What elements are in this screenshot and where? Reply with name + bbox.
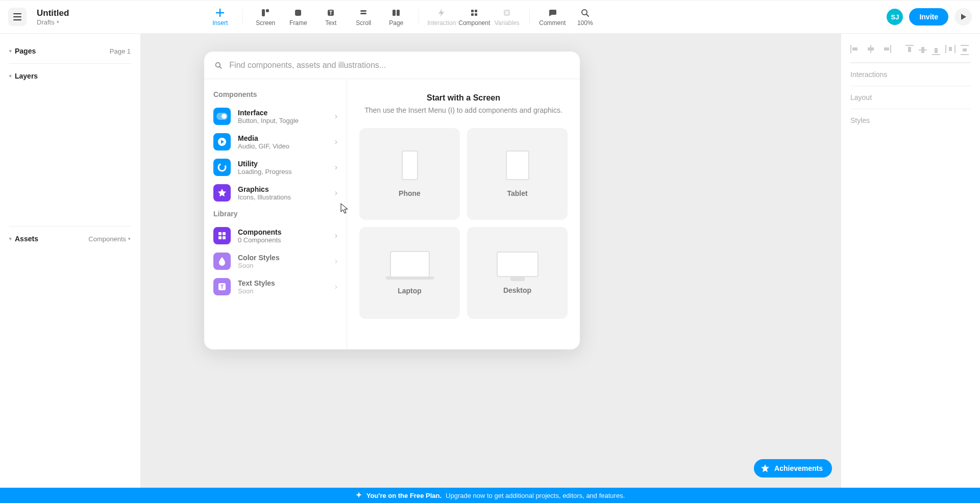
align-center-v-icon[interactable] [919, 45, 927, 55]
svg-rect-41 [961, 45, 969, 46]
lightning-icon [436, 7, 447, 18]
align-center-h-icon[interactable] [866, 45, 876, 55]
category-utility[interactable]: Utility Loading, Progress › [211, 155, 339, 180]
separator [529, 9, 530, 24]
svg-rect-20 [218, 232, 222, 235]
plus-icon [214, 7, 226, 18]
category-heading: Components [211, 86, 339, 104]
assets-dropdown-label: Components [88, 235, 126, 243]
svg-rect-7 [393, 10, 396, 16]
tablet-icon [506, 150, 529, 180]
item-sub: Icons, Illustrations [238, 193, 291, 201]
tool-component[interactable]: Component [460, 4, 488, 30]
sparkle-icon [355, 492, 362, 499]
variables-icon [501, 7, 512, 18]
svg-rect-38 [945, 45, 946, 53]
alignment-controls [850, 42, 971, 62]
item-title: Color Styles [238, 254, 280, 262]
tool-label: Page [389, 19, 403, 27]
play-button[interactable] [954, 8, 972, 26]
pages-section[interactable]: ▾Pages Page 1 [9, 42, 131, 60]
svg-rect-33 [908, 47, 911, 52]
assets-dropdown[interactable]: Components▾ [88, 235, 131, 243]
layout-section[interactable]: Layout [850, 86, 971, 109]
category-interface[interactable]: Interface Button, Input, Toggle › [211, 104, 339, 129]
tool-variables[interactable]: Variables [493, 4, 521, 30]
svg-rect-30 [890, 45, 891, 53]
library-text-styles[interactable]: T Text Styles Soon › [211, 274, 339, 299]
phone-icon [402, 150, 418, 180]
item-title: Text Styles [238, 279, 275, 287]
library-components[interactable]: Components 0 Components › [211, 223, 339, 248]
category-graphics[interactable]: Graphics Icons, Illustrations › [211, 180, 339, 206]
topbar-right: SJ Invite [887, 8, 972, 26]
document-location[interactable]: Drafts ▾ [37, 18, 69, 26]
media-icon [213, 133, 231, 150]
align-left-icon[interactable] [850, 45, 861, 55]
tool-interaction[interactable]: Interaction [427, 4, 456, 30]
main-menu-button[interactable] [8, 8, 27, 26]
chevron-right-icon: › [335, 257, 337, 266]
tool-insert[interactable]: Insert [206, 4, 234, 30]
library-color-styles[interactable]: Color Styles Soon › [211, 248, 339, 274]
distribute-v-icon[interactable] [961, 45, 969, 55]
chevron-down-icon: ▾ [57, 19, 59, 24]
tool-text[interactable]: T Text [316, 4, 345, 30]
pages-label: Pages [15, 47, 36, 55]
svg-rect-31 [884, 47, 889, 51]
item-sub: 0 Components [238, 236, 282, 244]
assets-label: Assets [15, 235, 38, 243]
styles-section[interactable]: Styles [850, 109, 971, 132]
tool-comment[interactable]: Comment [538, 4, 567, 30]
category-media[interactable]: Media Audio, GIF, Video › [211, 129, 339, 155]
align-bottom-icon[interactable] [932, 45, 940, 55]
svg-rect-21 [223, 232, 226, 235]
document-title-block: Untitled Drafts ▾ [37, 8, 69, 26]
tool-page[interactable]: Page [382, 4, 410, 30]
scroll-icon [358, 7, 369, 18]
item-sub: Audio, GIF, Video [238, 142, 289, 150]
page-indicator[interactable]: Page 1 [110, 47, 131, 55]
screen-desktop[interactable]: Desktop [467, 227, 568, 319]
upgrade-banner[interactable]: You're on the Free Plan. Upgrade now to … [0, 488, 980, 503]
tool-frame[interactable]: Frame [284, 4, 312, 30]
screen-phone[interactable]: Phone [359, 128, 460, 220]
screen-laptop[interactable]: Laptop [359, 227, 460, 319]
item-sub: Loading, Progress [238, 168, 292, 175]
caret-icon: ▾ [9, 48, 12, 54]
topbar: Untitled Drafts ▾ Insert Screen Frame T … [0, 0, 980, 34]
distribute-h-icon[interactable] [945, 45, 955, 55]
component-icon [469, 7, 480, 18]
layers-section[interactable]: ▾Layers [9, 67, 131, 85]
tool-label: Insert [212, 19, 228, 27]
align-right-icon[interactable] [881, 45, 891, 55]
caret-icon: ▾ [9, 73, 12, 79]
svg-rect-35 [921, 47, 924, 53]
chevron-right-icon: › [335, 163, 337, 172]
tool-screen[interactable]: Screen [251, 4, 280, 30]
tool-scroll[interactable]: Scroll [349, 4, 378, 30]
separator [242, 9, 243, 24]
item-title: Interface [238, 109, 299, 117]
align-top-icon[interactable] [905, 45, 914, 55]
user-avatar[interactable]: SJ [887, 9, 903, 25]
screen-tablet[interactable]: Tablet [467, 128, 568, 220]
graphics-icon [213, 184, 231, 202]
achievements-button[interactable]: Achievements [754, 459, 832, 477]
interactions-section[interactable]: Interactions [850, 63, 971, 86]
invite-button[interactable]: Invite [909, 8, 948, 26]
tool-zoom[interactable]: 100% [571, 4, 599, 30]
text-icon: T [325, 7, 336, 18]
assets-section[interactable]: ▾Assets Components▾ [9, 230, 131, 248]
document-location-label: Drafts [37, 18, 55, 26]
canvas[interactable]: Components Interface Button, Input, Togg… [140, 34, 841, 488]
tool-label: Screen [256, 19, 275, 27]
screen-icon [260, 7, 271, 18]
svg-rect-1 [266, 9, 269, 12]
document-title[interactable]: Untitled [37, 8, 69, 18]
caret-icon: ▾ [9, 236, 12, 241]
svg-rect-42 [961, 54, 969, 55]
search-input[interactable] [229, 61, 570, 70]
svg-rect-12 [475, 13, 477, 16]
chevron-right-icon: › [335, 231, 337, 240]
